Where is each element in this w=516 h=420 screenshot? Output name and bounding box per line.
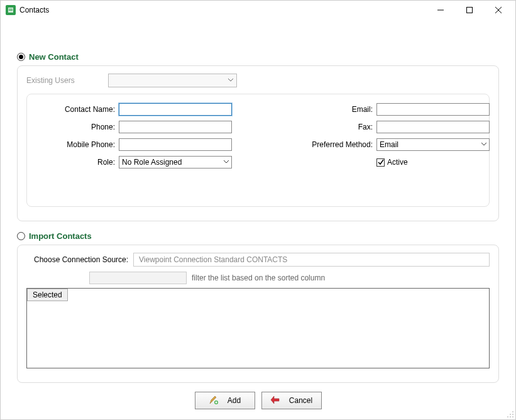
add-icon xyxy=(209,395,219,407)
contact-fields-panel: Contact Name: Email: Phone: Fax: Mobile … xyxy=(26,94,490,207)
phone-input[interactable] xyxy=(119,121,232,133)
import-grid[interactable]: Selected xyxy=(26,288,490,368)
cancel-button[interactable]: Cancel xyxy=(261,392,322,409)
chevron-down-icon xyxy=(481,140,487,149)
new-contact-panel: Existing Users Contact Name: Email: Phon… xyxy=(17,65,499,221)
mobile-phone-input[interactable] xyxy=(119,138,232,151)
cancel-button-label: Cancel xyxy=(289,396,312,405)
add-button-label: Add xyxy=(228,396,241,405)
svg-point-10 xyxy=(512,411,513,412)
filter-hint: filter the list based on the sorted colu… xyxy=(192,274,325,282)
role-value: No Role Assigned xyxy=(122,158,182,167)
svg-rect-1 xyxy=(9,9,13,9)
window-title: Contacts xyxy=(19,6,49,14)
connection-source-value: Viewpoint Connection Standard CONTACTS xyxy=(139,255,287,264)
fax-input[interactable] xyxy=(376,121,490,133)
import-contacts-radio-row[interactable]: Import Contacts xyxy=(17,231,499,241)
grid-column-selected[interactable]: Selected xyxy=(27,289,68,301)
filter-row: filter the list based on the sorted colu… xyxy=(89,272,490,284)
maximize-button[interactable] xyxy=(455,1,484,19)
title-bar: Contacts xyxy=(1,1,515,19)
svg-rect-2 xyxy=(9,10,13,11)
import-contacts-radio[interactable] xyxy=(17,232,25,240)
role-label: Role: xyxy=(37,158,119,167)
active-label: Active xyxy=(387,158,408,167)
svg-point-12 xyxy=(512,414,513,415)
cancel-icon xyxy=(270,395,280,407)
fax-label: Fax: xyxy=(295,123,376,131)
chevron-down-icon xyxy=(228,76,234,85)
svg-point-15 xyxy=(512,416,513,417)
add-button[interactable]: Add xyxy=(195,392,255,409)
filter-input[interactable] xyxy=(89,272,187,284)
content-area: New Contact Existing Users Contact Name:… xyxy=(1,19,515,416)
connection-source-dropdown[interactable]: Viewpoint Connection Standard CONTACTS xyxy=(133,253,490,267)
existing-users-dropdown[interactable] xyxy=(108,74,237,87)
svg-point-11 xyxy=(510,414,511,415)
app-icon xyxy=(6,5,16,15)
svg-point-14 xyxy=(510,416,511,417)
preferred-method-label: Preferred Method: xyxy=(295,140,376,149)
active-checkbox[interactable] xyxy=(376,158,385,167)
resize-grip[interactable] xyxy=(505,409,514,418)
preferred-method-dropdown[interactable]: Email xyxy=(376,138,490,151)
new-contact-radio[interactable] xyxy=(17,53,25,61)
grid-header: Selected xyxy=(27,289,489,301)
preferred-method-value: Email xyxy=(380,140,398,149)
active-checkbox-row[interactable]: Active xyxy=(376,158,490,167)
close-button[interactable] xyxy=(484,1,513,19)
new-contact-label: New Contact xyxy=(29,52,79,62)
connection-source-label: Choose Connection Source: xyxy=(26,255,133,264)
new-contact-radio-row[interactable]: New Contact xyxy=(17,52,499,62)
minimize-button[interactable] xyxy=(426,1,455,19)
existing-users-label: Existing Users xyxy=(26,76,108,85)
phone-label: Phone: xyxy=(37,123,119,131)
svg-rect-4 xyxy=(467,8,473,13)
import-contacts-panel: Choose Connection Source: Viewpoint Conn… xyxy=(17,245,499,383)
connection-source-row: Choose Connection Source: Viewpoint Conn… xyxy=(26,253,490,267)
mobile-phone-label: Mobile Phone: xyxy=(37,140,119,149)
dialog-buttons: Add Cancel xyxy=(17,392,499,409)
import-contacts-label: Import Contacts xyxy=(29,231,92,241)
contact-name-label: Contact Name: xyxy=(37,105,119,114)
chevron-down-icon xyxy=(223,158,229,167)
email-label: Email: xyxy=(295,105,376,114)
role-dropdown[interactable]: No Role Assigned xyxy=(119,156,232,169)
existing-users-row: Existing Users xyxy=(26,74,490,87)
svg-point-13 xyxy=(507,416,508,417)
contact-name-input[interactable] xyxy=(119,103,232,116)
email-input[interactable] xyxy=(376,103,490,116)
